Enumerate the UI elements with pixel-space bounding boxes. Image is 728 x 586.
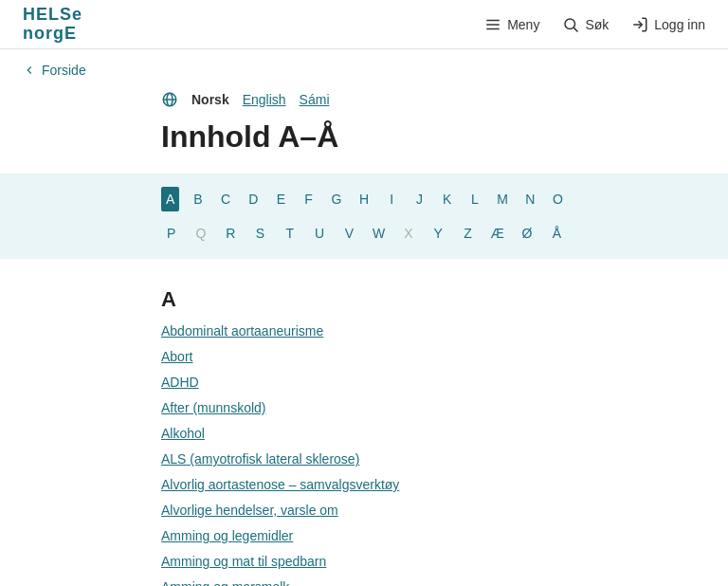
alpha-D[interactable]: D xyxy=(245,187,263,211)
alpha-K[interactable]: K xyxy=(438,187,456,211)
alpha-S[interactable]: S xyxy=(250,221,270,246)
logo-line1: HELSe xyxy=(23,6,82,25)
alpha-V[interactable]: V xyxy=(339,221,359,246)
content-list: A Abdominalt aortaaneurisme Abort ADHD A… xyxy=(0,287,728,586)
link-adhd[interactable]: ADHD xyxy=(161,373,567,393)
link-alkohol[interactable]: Alkohol xyxy=(161,424,567,444)
link-abdominalt[interactable]: Abdominalt aortaaneurisme xyxy=(161,321,567,341)
site-header: HELSe norgE Meny Søk Logg inn xyxy=(0,0,728,49)
alpha-Y[interactable]: Y xyxy=(428,221,448,246)
alpha-U[interactable]: U xyxy=(309,221,329,246)
link-als[interactable]: ALS (amyotrofisk lateral sklerose) xyxy=(161,449,567,469)
link-alvorlige-hendelser[interactable]: Alvorlige hendelser, varsle om xyxy=(161,501,567,521)
site-logo[interactable]: HELSe norgE xyxy=(23,6,82,44)
alpha-N[interactable]: N xyxy=(521,187,539,211)
alpha-T[interactable]: T xyxy=(280,221,300,246)
hamburger-icon xyxy=(484,16,501,33)
alpha-row-2: P Q R S T U V W X Y Z Æ Ø Å xyxy=(161,221,567,246)
alpha-E[interactable]: E xyxy=(272,187,290,211)
alpha-O[interactable]: O xyxy=(549,187,567,211)
alpha-B[interactable]: B xyxy=(189,187,207,211)
main-nav: Meny Søk xyxy=(484,16,609,33)
alpha-P[interactable]: P xyxy=(161,221,181,246)
alphabet-nav: A B C D E F G H I J K L M N O P Q R S T … xyxy=(0,174,728,259)
alpha-R[interactable]: R xyxy=(221,221,241,246)
link-alvorlig-aortastenose[interactable]: Alvorlig aortastenose – samvalgsverktøy xyxy=(161,475,567,495)
link-amming-morsmelk[interactable]: Amming og morsmelk xyxy=(161,577,567,586)
language-selector: Norsk English Sámi xyxy=(0,91,728,108)
alpha-AE[interactable]: Æ xyxy=(487,221,507,246)
section-letter-A: A xyxy=(161,287,567,312)
link-amming-legemidler[interactable]: Amming og legemidler xyxy=(161,526,567,546)
link-after[interactable]: After (munnskold) xyxy=(161,398,567,418)
search-button[interactable]: Søk xyxy=(562,16,609,33)
link-abort[interactable]: Abort xyxy=(161,347,567,367)
search-label: Søk xyxy=(585,17,609,32)
link-amming-mat[interactable]: Amming og mat til spedbarn xyxy=(161,552,567,572)
breadcrumb-home-link[interactable]: Forside xyxy=(42,63,86,78)
alpha-L[interactable]: L xyxy=(465,187,483,211)
lang-sami[interactable]: Sámi xyxy=(300,92,330,107)
alpha-C[interactable]: C xyxy=(216,187,234,211)
alpha-row-1: A B C D E F G H I J K L M N O xyxy=(161,187,567,211)
breadcrumb: Forside xyxy=(0,49,728,91)
alpha-OE[interactable]: Ø xyxy=(517,221,537,246)
login-icon xyxy=(631,16,648,33)
alpha-Z[interactable]: Z xyxy=(458,221,478,246)
login-label: Logg inn xyxy=(654,17,705,32)
lang-english[interactable]: English xyxy=(243,92,286,107)
page-title: Innhold A–Å xyxy=(161,119,567,155)
menu-label: Meny xyxy=(507,17,539,32)
page-title-section: Innhold A–Å xyxy=(0,119,728,155)
logo-line2: norgE xyxy=(23,25,82,44)
alpha-A[interactable]: A xyxy=(161,187,179,211)
alpha-AA[interactable]: Å xyxy=(547,221,567,246)
svg-point-3 xyxy=(565,19,575,29)
alpha-X: X xyxy=(398,221,418,246)
search-icon xyxy=(562,16,579,33)
globe-icon xyxy=(161,91,178,108)
alpha-G[interactable]: G xyxy=(327,187,345,211)
svg-line-4 xyxy=(574,27,578,31)
alpha-W[interactable]: W xyxy=(369,221,389,246)
alpha-F[interactable]: F xyxy=(300,187,318,211)
alpha-I[interactable]: I xyxy=(383,187,401,211)
login-button[interactable]: Logg inn xyxy=(631,16,705,33)
lang-norsk[interactable]: Norsk xyxy=(191,92,229,107)
alpha-J[interactable]: J xyxy=(410,187,428,211)
menu-button[interactable]: Meny xyxy=(484,16,539,33)
alpha-Q: Q xyxy=(191,221,210,246)
alpha-M[interactable]: M xyxy=(493,187,511,211)
alpha-H[interactable]: H xyxy=(355,187,373,211)
back-arrow-icon xyxy=(23,64,36,77)
